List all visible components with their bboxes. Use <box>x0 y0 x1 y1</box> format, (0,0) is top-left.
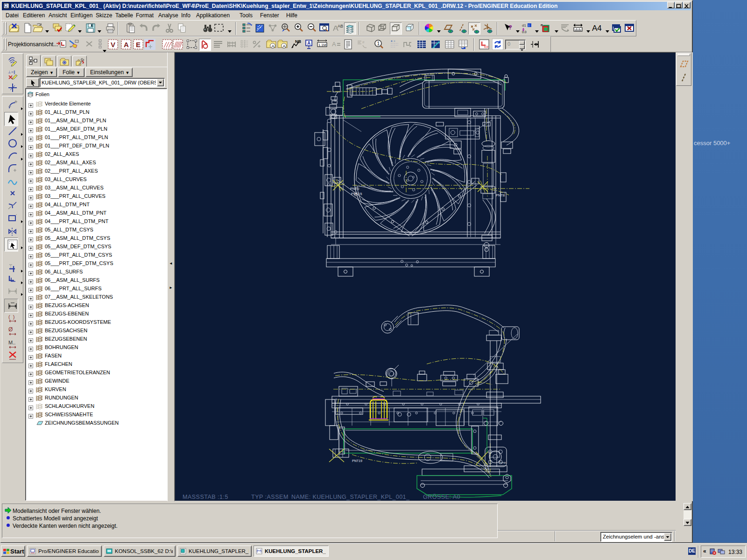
svg-text:A: A <box>332 41 336 48</box>
svg-text:A: A <box>272 44 275 49</box>
svg-text:PNT0: PNT0 <box>350 187 359 191</box>
svg-text:AB: AB <box>338 24 343 28</box>
svg-text:MASSSTAB :1:5: MASSSTAB :1:5 <box>183 494 228 500</box>
svg-text:Pump: Pump <box>499 461 506 464</box>
svg-text:d1: d1 <box>522 23 526 28</box>
svg-text:M..: M.. <box>8 340 15 345</box>
svg-text:0.0: 0.0 <box>522 30 527 34</box>
svg-text:PNT15: PNT15 <box>351 192 362 196</box>
svg-text:A: A <box>283 44 286 49</box>
svg-text:A4: A4 <box>592 24 602 33</box>
svg-text:Ø: Ø <box>8 326 13 333</box>
svg-text:1.1M: 1.1M <box>318 43 326 47</box>
svg-text:TYP :ASSEM: TYP :ASSEM <box>251 494 289 500</box>
svg-text:GRÖSSE: A0: GRÖSSE: A0 <box>423 494 460 500</box>
svg-text:E: E <box>136 41 141 49</box>
svg-text:⊥=∥: ⊥=∥ <box>8 70 15 74</box>
svg-text:A: A <box>124 41 129 49</box>
svg-text:PNT19: PNT19 <box>352 459 362 462</box>
svg-text:1: 1 <box>377 41 380 46</box>
svg-text:#: # <box>362 40 365 44</box>
svg-text:?: ? <box>508 24 512 31</box>
svg-text:NAME: KUEHLUNG_STAPLER_KPL_001: NAME: KUEHLUNG_STAPLER_KPL_001_ <box>291 494 410 500</box>
svg-text:V: V <box>111 41 115 49</box>
svg-text:( ): ( ) <box>8 314 14 320</box>
svg-text:PNT8: PNT8 <box>496 193 505 197</box>
svg-text:A: A <box>307 41 310 46</box>
